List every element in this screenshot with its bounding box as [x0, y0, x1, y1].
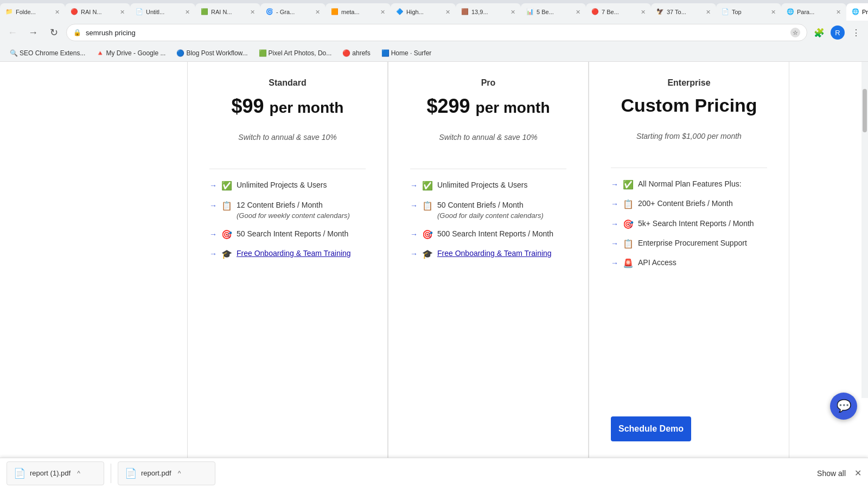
tab-7[interactable]: 🔷 High... ✕ [391, 3, 456, 21]
tab-close-1[interactable]: ✕ [55, 9, 60, 16]
plan-card-enterprise: Enterprise Custom Pricing Starting from … [589, 62, 789, 458]
bookmark-star-icon[interactable]: ☆ [790, 28, 800, 37]
arrow-icon: → [611, 219, 618, 230]
forward-button[interactable]: → [25, 24, 41, 41]
download-item-2[interactable]: 📄 report.pdf ^ [118, 461, 215, 485]
tab-close-13[interactable]: ✕ [836, 9, 841, 16]
tab-close-10[interactable]: ✕ [641, 9, 646, 16]
arrow-icon: → [209, 201, 217, 211]
feature-icon-reports: 🎯 [422, 229, 433, 241]
tab-11[interactable]: 🦅 37 To... ✕ [651, 3, 716, 21]
profile-avatar[interactable]: R [831, 25, 845, 40]
bookmark-favicon-ahrefs: 🔴 [342, 49, 350, 57]
bookmark-surfer[interactable]: 🟦 Home · Surfer [377, 48, 436, 59]
tab-close-11[interactable]: ✕ [706, 9, 711, 16]
arrow-icon: → [611, 179, 618, 190]
profile-icon[interactable]: R [830, 25, 845, 40]
tab-close-2[interactable]: ✕ [120, 9, 125, 16]
extensions-icon[interactable]: 🧩 [812, 25, 827, 40]
tab-favicon-12: 📄 [722, 8, 729, 16]
tab-12[interactable]: 📄 Top ✕ [716, 3, 781, 21]
tab-favicon-13: 🌐 [787, 8, 794, 16]
tab-4[interactable]: 🟩 RAI N... ✕ [195, 3, 260, 21]
close-downloads-button[interactable]: ✕ [854, 468, 861, 478]
reload-button[interactable]: ↻ [46, 24, 62, 41]
onboarding-link-standard[interactable]: Free Onboarding & Team Training [237, 249, 351, 258]
plan-divider-standard [209, 169, 366, 169]
tab-14-active[interactable]: 🌐 Prici... ✕ [846, 3, 868, 21]
plan-price-suffix-standard: per month [270, 99, 344, 116]
back-button[interactable]: ← [4, 24, 21, 41]
download-chevron-2[interactable]: ^ [178, 470, 181, 477]
tab-close-9[interactable]: ✕ [576, 9, 580, 16]
schedule-demo-button[interactable]: Schedule Demo [611, 416, 691, 441]
tab-favicon-6: 🟧 [331, 8, 339, 16]
chat-button[interactable]: 💬 [830, 393, 857, 420]
arrow-icon: → [410, 229, 418, 240]
tab-1[interactable]: 📁 Folde... ✕ [0, 3, 65, 21]
tab-label-8: 13,9... [471, 9, 508, 15]
tab-label-14: Prici... [862, 9, 868, 15]
tab-favicon-3: 📄 [136, 8, 143, 16]
tab-favicon-7: 🔷 [396, 8, 404, 16]
tab-close-3[interactable]: ✕ [185, 9, 190, 16]
feature-icon-reports-ent: 🎯 [623, 219, 634, 230]
address-bar[interactable]: 🔒 semrush pricing ☆ [66, 24, 807, 41]
feature-text: 12 Content Briefs / Month(Good for weekl… [237, 200, 366, 221]
tab-label-2: RAI N... [81, 9, 117, 15]
tab-close-7[interactable]: ✕ [445, 9, 450, 16]
feature-icon-check: ✅ [422, 180, 433, 192]
tab-favicon-1: 📁 [5, 8, 13, 16]
bookmark-pixel[interactable]: 🟩 Pixel Art Photos, Do... [254, 48, 336, 59]
tab-label-4: RAI N... [211, 9, 247, 15]
tab-2[interactable]: 🔴 RAI N... ✕ [65, 3, 130, 21]
onboarding-link-pro[interactable]: Free Onboarding & Team Training [437, 249, 552, 258]
feature-icon-check: ✅ [623, 179, 634, 191]
scrollbar-thumb[interactable] [863, 89, 867, 132]
tab-close-12[interactable]: ✕ [771, 9, 776, 16]
more-options-icon[interactable]: ⋮ [848, 25, 864, 40]
tab-9[interactable]: 📊 5 Be... ✕ [521, 3, 586, 21]
tab-close-4[interactable]: ✕ [250, 9, 255, 16]
arrow-icon: → [611, 199, 618, 210]
feature-icon-procurement: 📋 [623, 238, 634, 250]
tab-5[interactable]: 🌀 - Gra... ✕ [260, 3, 326, 21]
bookmark-blog[interactable]: 🔵 Blog Post Workflow... [172, 48, 252, 59]
bookmark-label-drive: My Drive - Google ... [106, 49, 165, 57]
tab-10[interactable]: 🔴 7 Be... ✕ [586, 3, 651, 21]
tab-label-13: Para... [797, 9, 833, 15]
download-item-1[interactable]: 📄 report (1).pdf ^ [7, 461, 104, 485]
bookmark-seo[interactable]: 🔍 SEO Chrome Extens... [5, 48, 90, 59]
feature-item: → 📋 50 Content Briefs / Month(Good for d… [410, 200, 566, 221]
tab-favicon-5: 🌀 [266, 8, 273, 16]
browser-right-icons: 🧩 R ⋮ [812, 25, 864, 40]
tab-label-5: - Gra... [276, 9, 312, 15]
plan-card-standard: Standard $99 per month Switch to annual … [187, 62, 388, 458]
tab-label-11: 37 To... [667, 9, 703, 15]
bookmark-drive[interactable]: 🔺 My Drive - Google ... [92, 48, 170, 59]
tab-favicon-8: 🟫 [461, 8, 469, 16]
tab-3[interactable]: 📄 Untitl... ✕ [130, 3, 195, 21]
download-filename-1: report (1).pdf [30, 469, 71, 477]
tab-8[interactable]: 🟫 13,9... ✕ [456, 3, 521, 21]
bookmark-label-seo: SEO Chrome Extens... [20, 49, 85, 57]
tab-favicon-4: 🟩 [201, 8, 208, 16]
plan-save-standard: Switch to annual & save 10% [209, 133, 366, 142]
scrollbar[interactable] [861, 62, 868, 398]
tab-6[interactable]: 🟧 meta... ✕ [326, 3, 391, 21]
bookmark-label-blog: Blog Post Workflow... [186, 49, 247, 57]
bookmark-favicon-blog: 🔵 [176, 49, 184, 57]
show-all-button[interactable]: Show all [817, 469, 846, 478]
tab-close-5[interactable]: ✕ [315, 9, 320, 16]
bookmark-ahrefs[interactable]: 🔴 ahrefs [338, 48, 374, 59]
plan-divider-enterprise [611, 168, 767, 168]
tab-close-8[interactable]: ✕ [510, 9, 515, 16]
tab-close-6[interactable]: ✕ [380, 9, 385, 16]
plan-divider-pro [410, 169, 566, 169]
download-chevron-1[interactable]: ^ [77, 470, 80, 477]
arrow-icon: → [410, 181, 418, 191]
feature-icon-briefs: 📋 [422, 200, 433, 212]
tab-13[interactable]: 🌐 Para... ✕ [781, 3, 846, 21]
feature-icon-briefs-ent: 📋 [623, 198, 634, 210]
feature-item: → 🎓 Free Onboarding & Team Training [209, 248, 366, 260]
